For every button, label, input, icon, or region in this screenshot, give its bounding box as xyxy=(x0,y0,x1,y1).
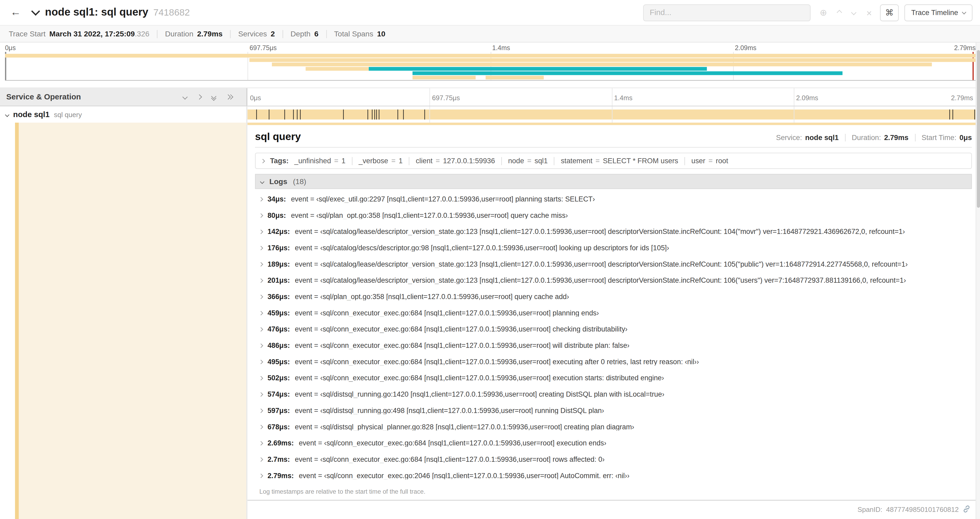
log-row[interactable]: 2.7ms:event = ‹sql/conn_executor_exec.go… xyxy=(255,451,972,468)
chevron-right-icon xyxy=(259,473,263,478)
focus-match-icon[interactable]: ⊕ xyxy=(819,7,827,18)
minimap-span-bar xyxy=(369,67,707,71)
span-name-row[interactable]: node sql1 sql query xyxy=(0,106,246,123)
service-operation-header: Service & Operation xyxy=(0,88,246,107)
log-row[interactable]: 2.69ms:event = ‹sql/conn_executor_exec.g… xyxy=(255,435,972,451)
clear-search-icon[interactable]: × xyxy=(867,7,872,18)
minimap-tick-label: 2.09ms xyxy=(735,44,756,51)
minimap-span-bar xyxy=(412,76,476,79)
log-timestamp: 142μs: xyxy=(267,228,290,235)
trace-id: 7418682 xyxy=(153,7,190,18)
log-event-mark xyxy=(343,109,344,120)
span-operation-name: sql query xyxy=(54,111,82,118)
chevron-right-icon xyxy=(259,441,263,445)
log-row[interactable]: 486μs:event = ‹sql/conn_executor_exec.go… xyxy=(255,337,972,354)
logs-header[interactable]: Logs (18) xyxy=(255,174,972,189)
tag-equals: = xyxy=(708,157,713,164)
log-row[interactable]: 495μs:event = ‹sql/conn_executor_exec.go… xyxy=(255,353,972,370)
prev-match-icon[interactable] xyxy=(838,11,842,14)
service-operation-title: Service & Operation xyxy=(6,93,183,101)
tag-key: user xyxy=(691,157,705,164)
tag-value: 127.0.0.1:59936 xyxy=(443,157,495,164)
log-row[interactable]: 476μs:event = ‹sql/conn_executor_exec.go… xyxy=(255,321,972,337)
span-bar-row[interactable] xyxy=(247,106,975,123)
summary-separator xyxy=(230,30,231,38)
trace-collapse-chevron-icon[interactable] xyxy=(31,7,40,16)
log-timestamp: 176μs: xyxy=(267,244,290,251)
log-timestamp: 574μs: xyxy=(267,390,290,398)
summary-value-suffix: .326 xyxy=(135,30,150,38)
chevron-right-icon xyxy=(259,408,263,413)
minimap-tick-label: 2.79ms xyxy=(954,44,976,51)
log-row[interactable]: 201μs:event = ‹sql/catalog/lease/descrip… xyxy=(255,272,972,289)
expand-one-icon[interactable] xyxy=(183,95,187,99)
find-input[interactable] xyxy=(643,5,810,20)
timeline-body: node sql1 sql query sql query Service:no… xyxy=(0,106,975,519)
tag-key: client xyxy=(416,157,433,164)
tags-label: Tags: xyxy=(270,157,289,164)
back-button[interactable]: ← xyxy=(7,5,24,21)
log-row[interactable]: 574μs:event = ‹sql/distsql_running.go:14… xyxy=(255,386,972,402)
log-row[interactable]: 80μs:event = ‹sql/plan_opt.go:358 [nsql1… xyxy=(255,207,972,224)
span-collapse-chevron-icon[interactable] xyxy=(5,112,10,117)
log-timestamp: 201μs: xyxy=(267,277,290,284)
summary-value: 10 xyxy=(377,30,385,38)
tag-key: statement xyxy=(561,157,592,164)
span-id-value: 4877749850101760812 xyxy=(886,505,959,513)
tag-separator xyxy=(684,156,685,165)
log-row[interactable]: 366μs:event = ‹sql/plan_opt.go:358 [nsql… xyxy=(255,289,972,305)
summary-item: Total Spans10 xyxy=(334,30,385,38)
tags-row[interactable]: Tags: _unfinished=1_verbose=1client=127.… xyxy=(255,153,972,169)
meta-separator xyxy=(915,134,915,141)
chevron-right-icon xyxy=(259,311,263,315)
log-row[interactable]: 189μs:event = ‹sql/catalog/lease/descrip… xyxy=(255,256,972,272)
log-message: event = ‹sql/distsql_running.go:498 [nsq… xyxy=(295,407,604,414)
span-id-label: SpanID: xyxy=(858,505,882,513)
log-timestamp: 2.79ms: xyxy=(267,472,294,479)
log-event-mark xyxy=(974,109,975,120)
log-message: event = ‹sql/catalog/lease/descriptor_ve… xyxy=(295,277,906,284)
find-box xyxy=(643,4,810,21)
span-detail-meta: Service:node sql1Duration:2.79msStart Ti… xyxy=(776,134,972,141)
collapse-one-icon[interactable] xyxy=(197,95,201,99)
log-message: event = ‹sql/plan_opt.go:358 [nsql1,clie… xyxy=(291,211,568,219)
log-row[interactable]: 459μs:event = ‹sql/conn_executor_exec.go… xyxy=(255,305,972,321)
chevron-right-icon xyxy=(259,262,263,267)
next-match-icon[interactable] xyxy=(852,11,856,14)
log-message: event = ‹sql/plan_opt.go:358 [nsql1,clie… xyxy=(295,293,569,300)
summary-item: Depth6 xyxy=(291,30,318,38)
scrollbar-thumb[interactable] xyxy=(977,50,980,208)
minimap-span-bar xyxy=(412,71,843,75)
log-row[interactable]: 176μs:event = ‹sql/catalog/descs/descrip… xyxy=(255,240,972,256)
minimap-span-bar xyxy=(5,54,975,57)
chevron-down-icon xyxy=(260,179,264,184)
log-row[interactable]: 142μs:event = ‹sql/catalog/lease/descrip… xyxy=(255,224,972,240)
minimap-tick-labels: 0μs697.75μs1.4ms2.09ms2.79ms xyxy=(5,44,975,52)
back-arrow-icon: ← xyxy=(10,6,21,19)
minimap-canvas[interactable] xyxy=(5,52,975,81)
view-options-label: Trace Timeline xyxy=(911,9,958,16)
log-row[interactable]: 678μs:event = ‹sql/distsql_physical_plan… xyxy=(255,418,972,435)
log-row[interactable]: 597μs:event = ‹sql/distsql_running.go:49… xyxy=(255,402,972,418)
ruler-tick-label: 2.79ms xyxy=(951,94,973,101)
log-row[interactable]: 34μs:event = ‹sql/exec_util.go:2297 [nsq… xyxy=(255,191,972,207)
collapse-all-icon[interactable] xyxy=(226,95,232,99)
expand-all-icon[interactable] xyxy=(212,94,215,100)
summary-value: 2.79ms xyxy=(197,30,223,38)
tag-value: 1 xyxy=(399,157,402,164)
summary-item: Services2 xyxy=(238,30,275,38)
log-timestamp: 476μs: xyxy=(267,326,290,333)
minimap-tick-label: 0μs xyxy=(5,44,16,51)
log-event-mark xyxy=(293,109,294,120)
link-icon[interactable] xyxy=(963,505,971,513)
tags-list: _unfinished=1_verbose=1client=127.0.0.1:… xyxy=(294,156,728,165)
tag-equals: = xyxy=(391,157,395,164)
log-event-mark xyxy=(374,109,375,120)
view-options-dropdown[interactable]: Trace Timeline xyxy=(904,4,973,21)
tag-item: node=sql1 xyxy=(508,157,548,164)
log-row[interactable]: 2.79ms:event = ‹sql/conn_executor_exec.g… xyxy=(255,467,972,484)
tag-key: _verbose xyxy=(358,157,388,164)
log-row[interactable]: 502μs:event = ‹sql/conn_executor_exec.go… xyxy=(255,370,972,386)
keyboard-shortcuts-button[interactable]: ⌘ xyxy=(880,4,899,21)
minimap-span-bar xyxy=(250,58,975,62)
